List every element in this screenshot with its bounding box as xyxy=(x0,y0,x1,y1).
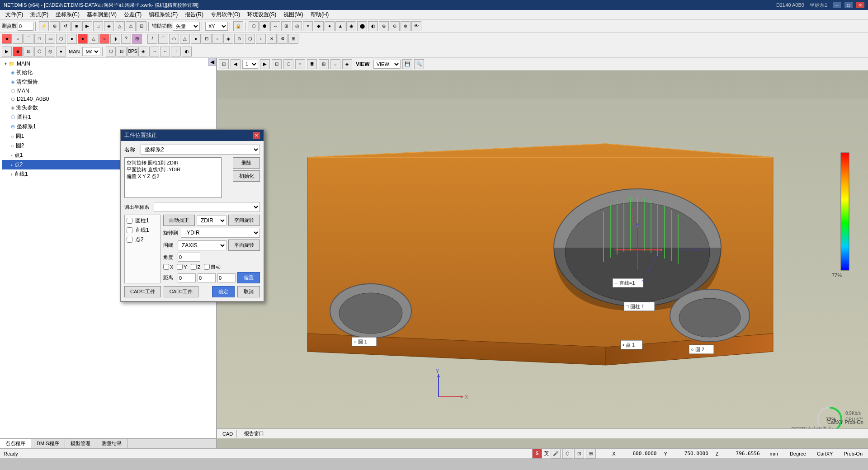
zaxis-combo[interactable]: ZAXIS XAXIS YAXIS xyxy=(178,240,226,250)
name-combo[interactable]: 坐标系2 xyxy=(141,145,260,155)
space-rotate-btn[interactable]: 空间旋转 xyxy=(228,215,260,226)
cb-x[interactable] xyxy=(163,264,169,270)
ydir-combo[interactable]: -YDIR YDIR XDIR xyxy=(181,228,260,238)
plane-rotate-btn[interactable]: 平面旋转 xyxy=(228,240,260,251)
zdir-combo[interactable]: ZDIR XDIR YDIR xyxy=(197,216,226,226)
around-label: 围绕 xyxy=(163,242,176,249)
init-btn[interactable]: 初始化 xyxy=(233,170,260,182)
call-cs-label: 调出坐标系 xyxy=(124,204,149,211)
cb-cylinder1[interactable] xyxy=(127,218,132,224)
offset-btn[interactable]: 偏置 xyxy=(237,272,260,283)
delete-btn[interactable]: 删除 xyxy=(233,157,260,169)
dist-label: 距离 xyxy=(163,274,176,281)
rotate-to-label: 旋转到 xyxy=(163,230,179,236)
call-cs-combo[interactable] xyxy=(154,202,260,212)
cb-line1[interactable] xyxy=(127,227,132,233)
cb-z[interactable] xyxy=(191,264,197,270)
dialog-title: 工件位置找正 ✕ xyxy=(121,130,264,141)
cancel-btn[interactable]: 取消 xyxy=(237,286,260,297)
dialog-close-btn[interactable]: ✕ xyxy=(253,132,260,139)
feature-cylinder1: 圆柱1 xyxy=(127,217,158,225)
cb-y[interactable] xyxy=(177,264,183,270)
dist-z-input[interactable] xyxy=(217,273,236,282)
dist-x-input[interactable] xyxy=(178,273,196,282)
dialog-title-text: 工件位置找正 xyxy=(124,132,157,139)
dist-y-input[interactable] xyxy=(198,273,216,282)
cb-z-label: Z xyxy=(191,264,201,270)
name-label: 名称 xyxy=(124,146,138,154)
cad-eq-workpiece-btn[interactable]: CAD!=工件 xyxy=(124,286,161,297)
auto-correct-btn[interactable]: 自动找正 xyxy=(163,215,195,226)
angle-input[interactable] xyxy=(178,253,200,262)
angle-label: 角度 xyxy=(163,254,176,261)
cb-y-label: Y xyxy=(177,264,187,270)
cb-x-label: X xyxy=(163,264,173,270)
cb-auto-label: 自动 xyxy=(204,263,221,270)
cad-eq-tool-btn[interactable]: CAD=工件 xyxy=(164,286,199,297)
cb-auto[interactable] xyxy=(204,264,210,270)
feature-point2: 点2 xyxy=(127,236,158,244)
feature-line1: 直线1 xyxy=(127,226,158,234)
cb-point2[interactable] xyxy=(127,237,132,243)
dialog-overlay: 工件位置找正 ✕ 名称 坐标系2 空间旋转 圆柱1到 ZDIR 平面旋转 直线1… xyxy=(0,0,868,470)
confirm-btn[interactable]: 确定 xyxy=(212,286,235,297)
sequence-textarea[interactable]: 空间旋转 圆柱1到 ZDIR 平面旋转 直线1到 -YDIR 偏置 X Y Z … xyxy=(124,157,222,198)
workpiece-dialog: 工件位置找正 ✕ 名称 坐标系2 空间旋转 圆柱1到 ZDIR 平面旋转 直线1… xyxy=(120,129,264,302)
